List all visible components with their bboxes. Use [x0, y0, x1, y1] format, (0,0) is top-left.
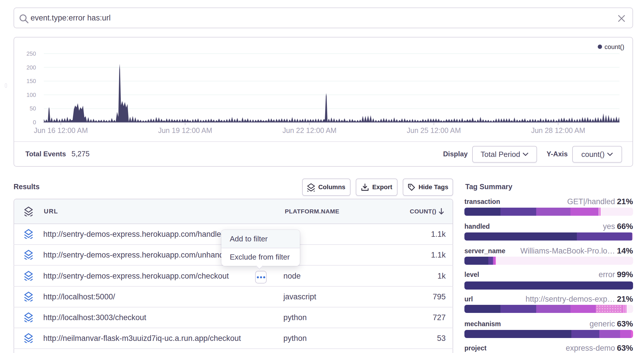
svg-text:0: 0	[33, 119, 36, 125]
svg-text:200: 200	[27, 64, 36, 71]
svg-text:Jun 19 12:00 AM: Jun 19 12:00 AM	[158, 126, 212, 134]
svg-text:250: 250	[27, 50, 36, 57]
svg-text:150: 150	[27, 78, 36, 84]
svg-text:count(): count()	[605, 43, 624, 50]
svg-text:100: 100	[27, 92, 36, 98]
svg-text:Jun 25 12:00 AM: Jun 25 12:00 AM	[407, 126, 461, 134]
svg-text:Jun 22 12:00 AM: Jun 22 12:00 AM	[283, 126, 337, 134]
svg-text:Jun 16 12:00 AM: Jun 16 12:00 AM	[34, 126, 88, 134]
svg-text:Jun 28 12:00 AM: Jun 28 12:00 AM	[531, 126, 585, 134]
svg-text:50: 50	[30, 105, 36, 112]
